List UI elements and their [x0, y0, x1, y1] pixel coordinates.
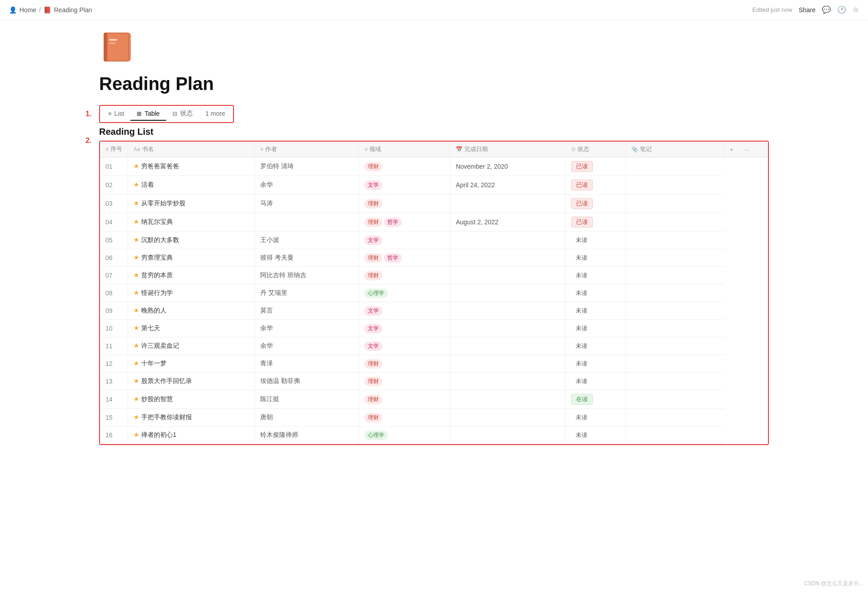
topbar: 👤 Home / 📕 Reading Plan Edited just now … [0, 0, 868, 20]
cell-title[interactable]: ★活着 [128, 176, 255, 194]
col-icon-num: ≡ [105, 146, 109, 152]
book-title: 晚熟的人 [141, 307, 167, 314]
tabs-outline: ≡ List ⊞ Table ⊟ 状态 1 more [99, 105, 234, 123]
comment-icon[interactable]: 💬 [822, 5, 831, 14]
cell-author: 马涛 [254, 194, 359, 213]
star-icon: ★ [134, 218, 139, 225]
cell-tags: 理财 [359, 157, 450, 176]
tag-badge: 理财 [364, 218, 382, 227]
topbar-right: Edited just now Share 💬 🕐 ☆ [752, 5, 859, 14]
cell-title[interactable]: ★炒股的智慧 [128, 390, 255, 409]
cell-title[interactable]: ★从零开始学炒股 [128, 194, 255, 213]
more-options-button[interactable]: ··· [739, 142, 768, 157]
cell-title[interactable]: ★沉默的大多数 [128, 232, 255, 249]
cell-num: 09 [100, 302, 128, 320]
status-badge: 在读 [571, 394, 593, 405]
status-badge: 已读 [571, 161, 593, 172]
tab-more[interactable]: 1 more [199, 107, 232, 121]
tab-list[interactable]: ≡ List [102, 107, 130, 121]
breadcrumb-separator: / [39, 6, 41, 14]
cell-date [450, 194, 566, 213]
table-row: 01★穷爸爸富爸爸罗伯特 清琦理财November 2, 2020已读 [100, 157, 768, 176]
tab-status[interactable]: ⊟ 状态 [166, 107, 199, 121]
cell-author: 王小波 [254, 232, 359, 249]
tab-table[interactable]: ⊞ Table [130, 107, 166, 121]
cell-title[interactable]: ★第七天 [128, 320, 255, 337]
cell-author: 唐朝 [254, 409, 359, 426]
cell-title[interactable]: ★手把手教你读财报 [128, 409, 255, 426]
cell-title[interactable]: ★穷查理宝典 [128, 249, 255, 267]
cell-tags: 理财 [359, 194, 450, 213]
tab-status-label: 状态 [180, 109, 193, 118]
book-title: 怪诞行为学 [141, 289, 173, 296]
table-row: 06★穷查理宝典彼得 考夫曼理财哲学未读 [100, 249, 768, 267]
cell-note [625, 213, 724, 232]
table-row: 15★手把手教你读财报唐朝理财未读 [100, 409, 768, 426]
clock-icon[interactable]: 🕐 [837, 5, 846, 14]
star-icon: ★ [134, 162, 139, 170]
cell-title[interactable]: ★许三观卖血记 [128, 337, 255, 355]
cell-title[interactable]: ★禅者的初心1 [128, 426, 255, 444]
tag-badge: 哲学 [384, 218, 402, 227]
status-badge: 未读 [571, 270, 592, 280]
status-badge: 未读 [571, 253, 592, 263]
cell-title[interactable]: ★晚熟的人 [128, 302, 255, 320]
cell-date: April 24, 2022 [450, 176, 566, 194]
cell-title[interactable]: ★股票大作手回忆录 [128, 373, 255, 390]
status-badge: 未读 [571, 412, 592, 422]
col-header-date: 📅完成日期 [450, 142, 566, 157]
cell-date [450, 249, 566, 267]
status-badge: 已读 [571, 217, 593, 227]
annotation-1: 1. [86, 110, 91, 118]
tabs-wrapper: 1. ≡ List ⊞ Table ⊟ 状态 [99, 105, 769, 123]
add-column-button[interactable]: + [724, 142, 739, 157]
tag-badge: 文学 [364, 341, 382, 351]
cell-author: 丹 艾瑞里 [254, 284, 359, 302]
cell-author: 余华 [254, 320, 359, 337]
cell-note [625, 390, 724, 409]
cell-note [625, 302, 724, 320]
book-title: 手把手教你读财报 [141, 413, 192, 421]
tag-badge: 理财 [364, 162, 382, 171]
cell-title[interactable]: ★怪诞行为学 [128, 284, 255, 302]
cell-date [450, 302, 566, 320]
cell-title[interactable]: ★十年一梦 [128, 355, 255, 373]
cell-note [625, 337, 724, 355]
tag-badge: 文学 [364, 306, 382, 316]
cell-tags: 心理学 [359, 284, 450, 302]
breadcrumb-home[interactable]: Home [19, 6, 36, 14]
cell-date [450, 284, 566, 302]
cell-title[interactable]: ★穷爸爸富爸爸 [128, 157, 255, 176]
cell-note [625, 157, 724, 176]
tag-badge: 文学 [364, 236, 382, 245]
cell-title[interactable]: ★贫穷的本质 [128, 267, 255, 284]
cell-status: 在读 [565, 390, 625, 409]
page-icon-small: 📕 [43, 6, 51, 14]
cell-tags: 理财 [359, 390, 450, 409]
cell-status: 已读 [565, 157, 625, 176]
status-tab-icon: ⊟ [172, 110, 177, 117]
share-button[interactable]: Share [799, 6, 816, 14]
star-icon: ★ [134, 377, 139, 384]
cell-num: 15 [100, 409, 128, 426]
cell-date [450, 232, 566, 249]
cell-author: 阿比吉特 班纳吉 [254, 267, 359, 284]
star-icon[interactable]: ☆ [853, 5, 859, 14]
tab-more-label: 1 more [205, 110, 225, 117]
cell-author [254, 213, 359, 232]
tab-table-label: Table [144, 110, 159, 117]
status-badge: 未读 [571, 288, 592, 298]
cell-note [625, 355, 724, 373]
cell-num: 03 [100, 194, 128, 213]
book-title: 许三观卖血记 [141, 342, 179, 349]
table-body: 01★穷爸爸富爸爸罗伯特 清琦理财November 2, 2020已读02★活着… [100, 157, 768, 444]
book-title: 第七天 [141, 324, 160, 332]
cell-date: August 2, 2022 [450, 213, 566, 232]
cell-title[interactable]: ★纳瓦尔宝典 [128, 213, 255, 232]
cell-author: 余华 [254, 176, 359, 194]
cell-status: 未读 [565, 320, 625, 337]
book-icon [99, 29, 135, 65]
cell-author: 莫言 [254, 302, 359, 320]
edited-status: Edited just now [752, 6, 792, 13]
cell-num: 13 [100, 373, 128, 390]
